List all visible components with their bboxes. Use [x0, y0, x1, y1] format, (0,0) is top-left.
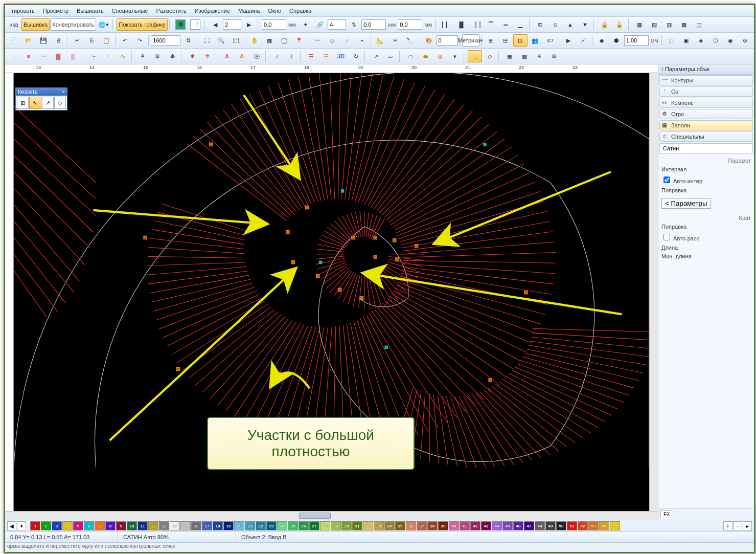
stitch-satin-icon[interactable]: ▓ [51, 50, 65, 62]
color-swatch-46[interactable]: 46 [513, 521, 523, 530]
color-swatch-23[interactable]: 23 [266, 521, 277, 530]
tool-x1-icon[interactable]: ⬚ [664, 34, 678, 47]
color-swatch-12[interactable]: 12 [148, 521, 158, 530]
tool-icon-2[interactable]: ⬚ [188, 18, 202, 31]
auto-split-checkbox[interactable]: Авто-раск [661, 232, 751, 242]
color-swatch-30[interactable]: 30 [341, 521, 352, 530]
color-swatch-25[interactable]: 25 [288, 521, 298, 530]
view-needle-icon[interactable]: 📍 [292, 34, 306, 47]
view-d-icon[interactable]: 👥 [528, 34, 542, 47]
fill-c-icon[interactable]: ∿ [116, 50, 130, 62]
count-input[interactable] [328, 19, 346, 30]
offset-input[interactable] [262, 19, 286, 30]
color-swatch-1[interactable]: 1 [30, 521, 40, 530]
params-button[interactable]: < Параметры [661, 198, 711, 209]
redo-icon[interactable]: ↷ [132, 34, 147, 47]
palette-more[interactable]: ▸ [743, 521, 752, 530]
shape-b-icon[interactable]: ⬢ [609, 34, 624, 47]
show-stitches-icon[interactable]: 〰 [310, 34, 325, 47]
color-swatch-55[interactable]: 55 [610, 521, 620, 530]
stitch-tatami-icon[interactable]: ▒ [66, 50, 80, 62]
show-outlines-icon[interactable]: ◇ [325, 34, 339, 47]
color-swatch-19[interactable]: 19 [223, 521, 234, 530]
shape-ring-icon[interactable]: ◍ [433, 50, 447, 62]
menu-arrange[interactable]: Разместить [152, 6, 190, 15]
dist-x-input[interactable] [361, 19, 386, 30]
color-swatch-29[interactable]: 29 [331, 521, 341, 530]
view-c-icon[interactable]: ⊡ [513, 34, 528, 47]
vertical-scrollbar[interactable] [649, 73, 658, 511]
color-swatch-38[interactable]: 38 [427, 521, 438, 530]
group-icon[interactable]: ⧉ [533, 18, 547, 31]
underlay-icon[interactable]: ⫽ [269, 50, 284, 62]
mode-embroidery-button[interactable]: Вышивка [21, 18, 50, 31]
stitch-triple-icon[interactable]: ≡ [21, 50, 36, 62]
color-swatch-54[interactable]: 54 [599, 521, 609, 530]
arrow-right-icon[interactable]: ▶ [242, 18, 256, 31]
color-swatch-17[interactable]: 17 [202, 521, 212, 530]
knife-icon[interactable]: 🔪 [403, 34, 417, 47]
color-swatch-16[interactable]: 16 [191, 521, 201, 530]
color-swatch-49[interactable]: 49 [545, 521, 556, 530]
color-swatch-48[interactable]: 48 [535, 521, 545, 530]
lock-icon[interactable]: 🔒 [598, 18, 612, 31]
color-swatch-18[interactable]: 18 [213, 521, 223, 530]
view-e-icon[interactable]: 🏷 [543, 34, 557, 47]
outline-b-icon[interactable]: ☷ [319, 50, 333, 62]
color-swatch-9[interactable]: 9 [116, 521, 126, 530]
color-swatch-7[interactable]: 7 [95, 521, 105, 530]
color-swatch-20[interactable]: 20 [234, 521, 244, 530]
stitch-run-icon[interactable]: ═ [7, 50, 21, 62]
convert-button[interactable]: Конвертировать [50, 18, 96, 31]
color-swatch-40[interactable]: 40 [449, 521, 459, 530]
color-swatch-53[interactable]: 53 [588, 521, 599, 530]
color-wheel-icon[interactable]: 🎨 [422, 34, 436, 47]
effect-a-icon[interactable]: ✱ [185, 50, 199, 62]
needle-icon[interactable]: 💉 [576, 34, 590, 47]
show-connectors-icon[interactable]: ⟋ [340, 34, 354, 47]
mode-graphics-button[interactable]: ика [7, 18, 21, 31]
color-swatch-42[interactable]: 42 [470, 521, 480, 530]
fx-button[interactable]: FX [660, 511, 673, 518]
color-swatch-37[interactable]: 37 [417, 521, 427, 530]
menu-stitch[interactable]: Вышивать [73, 6, 108, 15]
tab-fill[interactable]: ▦Заполн [659, 120, 753, 130]
copy-icon[interactable]: ⎘ [84, 34, 99, 47]
menu-image[interactable]: Изображение [191, 6, 234, 15]
color-swatch-50[interactable]: 50 [556, 521, 566, 530]
align-right-icon[interactable]: ▕▕ [469, 18, 483, 31]
shape-leaf-icon[interactable]: ⬬ [418, 50, 432, 62]
tool-x6-icon[interactable]: ⊛ [738, 34, 752, 47]
grid-a-icon[interactable]: ▦ [502, 50, 517, 62]
motif-a-icon[interactable]: ⚘ [135, 50, 150, 62]
motif-b-icon[interactable]: ⚙ [150, 50, 165, 62]
fill-b-icon[interactable]: ≈ [101, 50, 115, 62]
unlock-icon[interactable]: 🔓 [612, 18, 627, 31]
text-b-icon[interactable]: A [235, 50, 249, 62]
link-icon[interactable]: 🔗 [313, 18, 327, 31]
color-swatch-3[interactable]: 3 [52, 521, 62, 530]
color-swatch-35[interactable]: 35 [395, 521, 405, 530]
view-b-icon[interactable]: ⊟ [498, 34, 513, 47]
order-front-icon[interactable]: ▲ [563, 18, 577, 31]
effect-b-icon[interactable]: ✲ [200, 50, 214, 62]
menu-window[interactable]: Окно [264, 6, 286, 15]
measure-icon[interactable]: 📐 [373, 34, 387, 47]
color-swatch-36[interactable]: 36 [406, 521, 416, 530]
grid-b-icon[interactable]: ▩ [517, 50, 532, 62]
menu-edit[interactable]: тировать [7, 6, 39, 15]
color-swatch-47[interactable]: 47 [524, 521, 534, 530]
tab-special[interactable]: ☆Специальны [659, 131, 753, 142]
color-swatch-45[interactable]: 45 [502, 521, 513, 530]
menu-machine[interactable]: Машина [234, 6, 264, 15]
align-bottom-icon[interactable]: ▁ [513, 18, 528, 31]
palette-prev[interactable]: ◀ [7, 521, 16, 530]
view-grid-icon[interactable]: ▦ [262, 34, 277, 47]
color-swatch-32[interactable]: 32 [363, 521, 373, 530]
view-hoop-icon[interactable]: ◯ [277, 34, 291, 47]
color-swatch-31[interactable]: 31 [352, 521, 362, 530]
shape-oval-icon[interactable]: ⬭ [403, 50, 418, 62]
color-swatch-43[interactable]: 43 [481, 521, 491, 530]
zoom-1-1-icon[interactable]: 1:1 [229, 34, 243, 47]
design-canvas[interactable]: Іоказать × ⊞ ↖ ↗ ◇ [14, 73, 649, 511]
